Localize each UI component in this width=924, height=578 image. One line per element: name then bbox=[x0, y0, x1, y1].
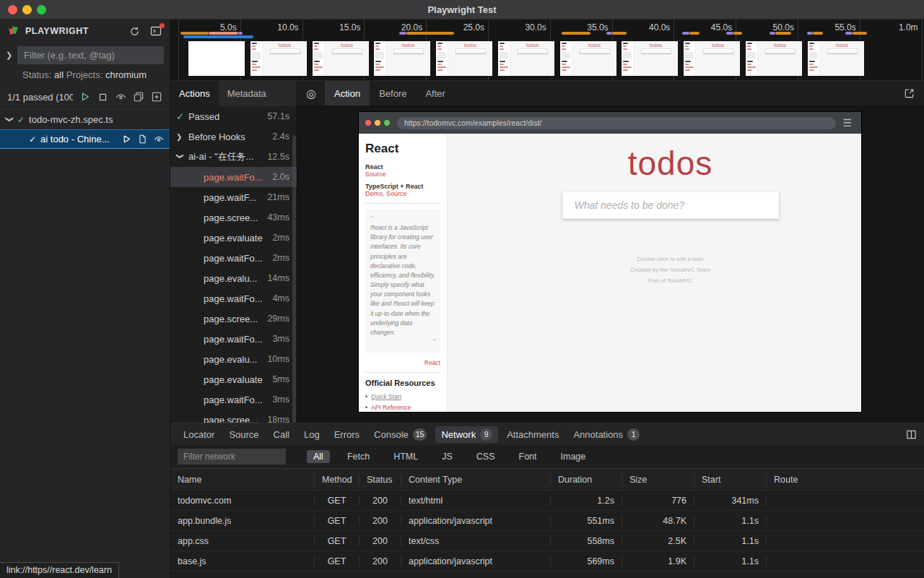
chevron-right-icon[interactable]: ❯ bbox=[6, 51, 13, 60]
action-row[interactable]: page.scree... 18ms bbox=[170, 410, 297, 423]
filmstrip-frame[interactable]: todos bbox=[313, 41, 369, 76]
action-row[interactable]: page.waitFo... 3ms bbox=[170, 389, 297, 410]
filmstrip-frame[interactable]: todos bbox=[808, 41, 864, 76]
action-row[interactable]: page.scree... 43ms bbox=[170, 207, 297, 228]
test-file-row[interactable]: ❯ ✓ todo-mvc-zh.spec.ts bbox=[0, 110, 170, 129]
filmstrip-frame[interactable]: todos bbox=[374, 41, 430, 76]
details-tab[interactable]: Network 9 bbox=[435, 426, 498, 443]
action-row[interactable]: page.waitFo... 4ms bbox=[170, 288, 297, 309]
action-row[interactable]: page.evalu... 14ms bbox=[170, 268, 297, 288]
action-row[interactable]: page.waitF... 21ms bbox=[170, 187, 297, 207]
reveal-test-output-icon[interactable] bbox=[151, 90, 162, 103]
filmstrip-frame[interactable]: todos bbox=[746, 41, 802, 76]
action-row[interactable]: page.evalu... 10ms bbox=[170, 349, 297, 369]
open-external-icon[interactable] bbox=[895, 81, 924, 105]
demo-source-links[interactable]: Demo, Source bbox=[365, 190, 440, 197]
filmstrip-frame[interactable]: todos bbox=[622, 41, 678, 76]
network-request-row[interactable]: todomvc.com GET 200 text/html 1.2s 776 3… bbox=[170, 491, 924, 511]
open-source-icon[interactable] bbox=[138, 134, 147, 144]
resource-type-chip[interactable]: HTML bbox=[387, 450, 424, 463]
details-tab[interactable]: Annotations 1 bbox=[567, 426, 645, 443]
test-result-row[interactable]: ✓ Passed 57.1s bbox=[170, 106, 297, 126]
resource-type-chip[interactable]: All bbox=[307, 450, 330, 463]
status-value[interactable]: all bbox=[54, 69, 64, 80]
filmstrip-frame[interactable]: todos bbox=[250, 41, 307, 76]
collapse-all-icon[interactable] bbox=[133, 90, 144, 103]
network-request-row[interactable]: base.js GET 200 application/javascript 5… bbox=[170, 551, 924, 571]
chevron-down-icon[interactable]: ❯ bbox=[176, 153, 184, 161]
filmstrip-frame[interactable]: todos bbox=[188, 41, 245, 76]
snapshot-tab[interactable]: Before bbox=[370, 81, 416, 105]
network-request-row[interactable]: app.css GET 200 text/css 558ms 2.5K 1.1s bbox=[170, 531, 924, 551]
projects-value[interactable]: chromium bbox=[105, 69, 147, 80]
request-name: app.css bbox=[170, 536, 315, 546]
filmstrip-frame[interactable]: todos bbox=[560, 41, 616, 76]
chevron-down-icon[interactable]: ❯ bbox=[5, 116, 14, 124]
resource-type-chip[interactable]: Image bbox=[554, 450, 593, 463]
actions-scrollbar[interactable] bbox=[292, 135, 296, 423]
quote-attribution-link[interactable]: React bbox=[365, 359, 440, 366]
col-size[interactable]: Size bbox=[622, 475, 694, 485]
action-duration: 43ms bbox=[267, 212, 289, 223]
col-route[interactable]: Route bbox=[767, 475, 924, 485]
resource-type-chip[interactable]: CSS bbox=[470, 450, 502, 463]
network-filter-input[interactable] bbox=[178, 449, 286, 465]
stop-button[interactable] bbox=[97, 90, 109, 103]
col-content-type[interactable]: Content Type bbox=[401, 475, 551, 485]
terminal-icon[interactable] bbox=[149, 25, 162, 38]
hamburger-menu-icon[interactable]: ☰ bbox=[840, 117, 855, 129]
run-test-button[interactable] bbox=[122, 134, 131, 144]
source-link[interactable]: Source bbox=[365, 171, 440, 178]
new-todo-input[interactable] bbox=[562, 191, 779, 219]
resource-link[interactable]: Quick Start bbox=[365, 392, 440, 402]
filmstrip-frame[interactable]: todos bbox=[684, 41, 740, 76]
watch-test-eye-icon[interactable] bbox=[154, 134, 164, 144]
snapshot-tab[interactable]: After bbox=[416, 81, 454, 105]
action-row[interactable]: page.waitFo... 2ms bbox=[170, 248, 297, 268]
details-tab[interactable]: Console 15 bbox=[368, 426, 432, 443]
resource-type-chip[interactable]: JS bbox=[435, 450, 459, 463]
action-row[interactable]: page.waitFo... 2.0s bbox=[170, 167, 297, 187]
request-content-type: text/html bbox=[401, 496, 551, 506]
snapshot-tab[interactable]: Action bbox=[325, 81, 370, 105]
action-row[interactable]: page.scree... 29ms bbox=[170, 309, 297, 329]
details-tab[interactable]: Log bbox=[298, 427, 326, 442]
test-filter-input[interactable] bbox=[17, 46, 164, 64]
col-duration[interactable]: Duration bbox=[551, 475, 622, 485]
actions-tab[interactable]: Metadata bbox=[219, 81, 275, 106]
hooks-group-row[interactable]: ❯ Before Hooks 2.4s bbox=[170, 126, 297, 147]
step-group-row[interactable]: ❯ ai-ai - "在任务... 12.5s bbox=[170, 147, 297, 167]
chevron-right-icon[interactable]: ❯ bbox=[176, 133, 184, 141]
details-tab[interactable]: Attachments bbox=[501, 427, 565, 442]
address-bar[interactable]: https://todomvc.com/examples/react/dist/ bbox=[397, 117, 836, 129]
details-tab[interactable]: Errors bbox=[328, 427, 365, 442]
resource-type-chip[interactable]: Font bbox=[513, 450, 544, 463]
actions-tab[interactable]: Actions bbox=[170, 81, 219, 106]
col-method[interactable]: Method bbox=[315, 475, 359, 485]
col-name[interactable]: Name bbox=[170, 475, 315, 485]
action-row[interactable]: page.evaluate 5ms bbox=[170, 369, 297, 389]
watch-eye-icon[interactable] bbox=[116, 90, 127, 103]
split-view-icon[interactable] bbox=[906, 429, 917, 440]
action-row[interactable]: page.evaluate 2ms bbox=[170, 228, 297, 248]
request-method: GET bbox=[315, 556, 359, 566]
resource-type-chip[interactable]: Fetch bbox=[341, 450, 376, 463]
filmstrip-frame[interactable]: todos bbox=[436, 41, 492, 76]
details-tab[interactable]: Locator bbox=[178, 427, 220, 442]
resource-link[interactable]: API Reference bbox=[365, 402, 440, 412]
network-request-row[interactable]: app.bundle.js GET 200 application/javasc… bbox=[170, 511, 924, 531]
dotted-divider bbox=[365, 372, 440, 373]
col-start[interactable]: Start bbox=[694, 475, 767, 485]
pick-locator-target-icon[interactable]: ◎ bbox=[297, 81, 325, 105]
timeline[interactable]: 5.0s10.0s15.0s20.0s25.0s30.0s35.0s40.0s4… bbox=[170, 20, 924, 81]
refresh-icon[interactable] bbox=[128, 25, 141, 38]
filmstrip-frame[interactable]: todos bbox=[498, 41, 554, 76]
dotted-divider bbox=[365, 203, 440, 204]
details-tab[interactable]: Call bbox=[268, 427, 295, 442]
run-tests-button[interactable] bbox=[79, 90, 91, 103]
action-row[interactable]: page.waitFo... 3ms bbox=[170, 329, 297, 349]
test-case-row-selected[interactable]: ✓ ai todo - Chine... bbox=[0, 129, 170, 149]
details-tab[interactable]: Source bbox=[223, 427, 264, 442]
action-duration: 3ms bbox=[272, 394, 289, 405]
col-status[interactable]: Status bbox=[359, 475, 401, 485]
